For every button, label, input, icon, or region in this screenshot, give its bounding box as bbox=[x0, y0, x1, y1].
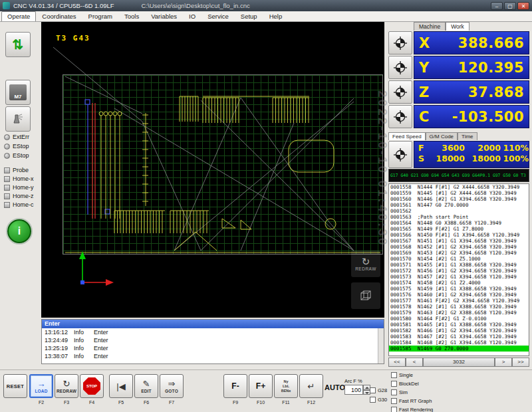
goto-button[interactable]: ⇒GOTO bbox=[160, 374, 184, 398]
redraw-ghost-label: REDRAW bbox=[355, 266, 376, 271]
log-level: Info bbox=[74, 344, 94, 352]
home-row: Home-z bbox=[4, 192, 34, 200]
checkbox-g28[interactable]: G28 bbox=[370, 387, 387, 393]
minimize-button[interactable]: – bbox=[491, 2, 503, 10]
zero-x-button[interactable] bbox=[388, 31, 412, 54]
nylbl-button[interactable]: NyLbLBENx bbox=[274, 374, 298, 398]
zero-y-button[interactable] bbox=[388, 56, 412, 79]
fminus-button[interactable]: F- bbox=[223, 374, 247, 398]
zero-c-button[interactable] bbox=[388, 105, 412, 128]
tab-work[interactable]: Work bbox=[446, 22, 469, 31]
edit-button[interactable]: ✎EDIT bbox=[134, 374, 158, 398]
menu-tab-operate[interactable]: Operate bbox=[1, 11, 36, 21]
canvas-view-button[interactable] bbox=[351, 282, 380, 309]
load-button[interactable]: →LOAD bbox=[29, 374, 53, 398]
maximize-button[interactable]: ▢ bbox=[504, 2, 516, 10]
tool-change-button[interactable]: ⇅ bbox=[5, 32, 31, 57]
dro-row: Y120.395 bbox=[388, 56, 529, 79]
gcode-line: 0001579 N1463 [#2] G2 X388.6658 Y120.394… bbox=[389, 310, 529, 316]
feed-reset-button[interactable] bbox=[388, 141, 412, 168]
left-toolbar: ⇅ M7 i ExtErrEStopEStopProbeHome-xHome-y… bbox=[0, 22, 41, 372]
gcode-line: 0001585 N1469 G0 Z70.0000 bbox=[389, 346, 529, 352]
load-icon: → bbox=[37, 379, 46, 388]
menu-tab-coordinates[interactable]: Coordinates bbox=[36, 11, 82, 21]
zero-z-button[interactable] bbox=[388, 80, 412, 104]
log-level: Info bbox=[74, 328, 94, 336]
menu-tab-io[interactable]: IO bbox=[183, 11, 201, 21]
home-label: Home-x bbox=[13, 175, 34, 182]
log-level: Info bbox=[74, 336, 94, 344]
gcode-line: 0001567 N1451 [#1] G1 X394.6658 Y320.394… bbox=[389, 238, 529, 244]
axis-letter: X bbox=[419, 35, 430, 51]
nesting-label: BENx bbox=[281, 389, 291, 393]
coolant-m7-button[interactable]: M7 bbox=[5, 80, 31, 105]
log-panel: Enter 13:16:12InfoEnter13:24:49InfoEnter… bbox=[41, 319, 384, 364]
window-controls: – ▢ ✕ bbox=[491, 2, 529, 10]
log-header: Enter bbox=[42, 320, 384, 328]
scroll-last-button[interactable]: >> bbox=[512, 358, 529, 367]
checkbox-sim[interactable]: Sim bbox=[391, 389, 408, 395]
stop-label: STOP bbox=[86, 384, 97, 388]
redraw-button[interactable]: ↻REDRAW bbox=[55, 374, 78, 398]
checkbox-icon bbox=[391, 389, 397, 395]
fplus-button[interactable]: F+ bbox=[249, 374, 273, 398]
checkbox-fast-rt-graph[interactable]: Fast RT Graph bbox=[391, 398, 432, 404]
stop-button[interactable]: STOP bbox=[80, 374, 104, 398]
checkbox-g30[interactable]: G30 bbox=[370, 397, 387, 403]
scroll-prev-button[interactable]: < bbox=[406, 358, 423, 367]
gcode-line: 0001577 N1461 F[#2] G2 X394.6658 Y120.39… bbox=[389, 298, 529, 304]
gcode-list[interactable]: 0001558 N1444 F[#1] G2 X444.6658 Y320.39… bbox=[388, 183, 529, 356]
back-button[interactable]: ↵ bbox=[299, 374, 323, 398]
nesting-label: LbL bbox=[283, 384, 289, 388]
menu-tab-setup[interactable]: Setup bbox=[235, 11, 263, 21]
machine-on-button[interactable]: i bbox=[6, 218, 33, 245]
menu-tab-help[interactable]: Help bbox=[263, 11, 289, 21]
log-scrollbar[interactable] bbox=[378, 328, 384, 363]
scroll-next-button[interactable]: > bbox=[495, 358, 512, 367]
mist-button[interactable] bbox=[5, 106, 31, 132]
menu-tab-tools[interactable]: Tools bbox=[118, 11, 145, 21]
checkbox-fast-rendering[interactable]: Fast Rendering bbox=[391, 407, 433, 412]
target-icon bbox=[393, 110, 408, 124]
tab-time[interactable]: Time bbox=[458, 132, 477, 140]
edit-icon: ✎ bbox=[143, 379, 150, 388]
close-button[interactable]: ✕ bbox=[517, 2, 529, 10]
axis-value: 37.868 bbox=[468, 84, 524, 100]
fminus-label: F- bbox=[231, 381, 239, 391]
checkbox-blockdel[interactable]: BlockDel bbox=[391, 381, 419, 387]
log-time: 13:24:49 bbox=[42, 336, 74, 344]
log-message: Enter bbox=[94, 328, 108, 336]
scroll-first-button[interactable]: << bbox=[388, 358, 406, 367]
mist-spray-icon bbox=[11, 112, 25, 126]
menu-tab-program[interactable]: Program bbox=[82, 11, 118, 21]
arc-feed-value[interactable]: 100 bbox=[344, 385, 363, 395]
feed-label: S bbox=[418, 154, 429, 163]
tab-gm-code[interactable]: G/M Code bbox=[426, 132, 458, 140]
arc-feed-spinner: 100 bbox=[344, 385, 370, 395]
toolpath-view[interactable]: T3 G43 ↻ REDRAW bbox=[41, 22, 384, 318]
scroll-thumb[interactable]: 3032 bbox=[423, 358, 495, 367]
dro-display-c: C-103.500 bbox=[414, 105, 529, 128]
gcode-line: 0001561 N1447 G0 Z70.0000 bbox=[389, 202, 529, 208]
window-file-path: C:\Users\e\sign\Desktop\cut_flo_in.cnc bbox=[142, 2, 250, 9]
checkbox-label: BlockDel bbox=[399, 381, 419, 387]
plunge-lines bbox=[92, 103, 95, 219]
home-indicator-icon bbox=[4, 176, 10, 182]
status-led-icon bbox=[4, 134, 10, 140]
home-indicator-icon bbox=[4, 193, 10, 199]
menu-tab-variables[interactable]: Variables bbox=[145, 11, 183, 21]
menu-tab-service[interactable]: Service bbox=[201, 11, 235, 21]
tab-machine[interactable]: Machine bbox=[414, 22, 446, 31]
dro-row: Z37.868 bbox=[388, 80, 529, 104]
canvas-redraw-button[interactable]: ↻ REDRAW bbox=[351, 251, 380, 277]
status-label: EStop bbox=[13, 152, 29, 159]
checkbox-label: G30 bbox=[378, 397, 387, 403]
axis-indicator-icon bbox=[79, 251, 114, 286]
checkbox-single[interactable]: Single bbox=[391, 372, 413, 378]
reset-button[interactable]: RESET bbox=[3, 374, 27, 398]
feed-display: F36002000110%S1800018000100% bbox=[414, 141, 529, 168]
stepback-button[interactable]: |◀ bbox=[109, 374, 133, 398]
tab-feed-speed[interactable]: Feed Speed bbox=[388, 132, 426, 140]
axis-letter: Y bbox=[419, 60, 429, 76]
dro-display-y: Y120.395 bbox=[414, 56, 529, 79]
